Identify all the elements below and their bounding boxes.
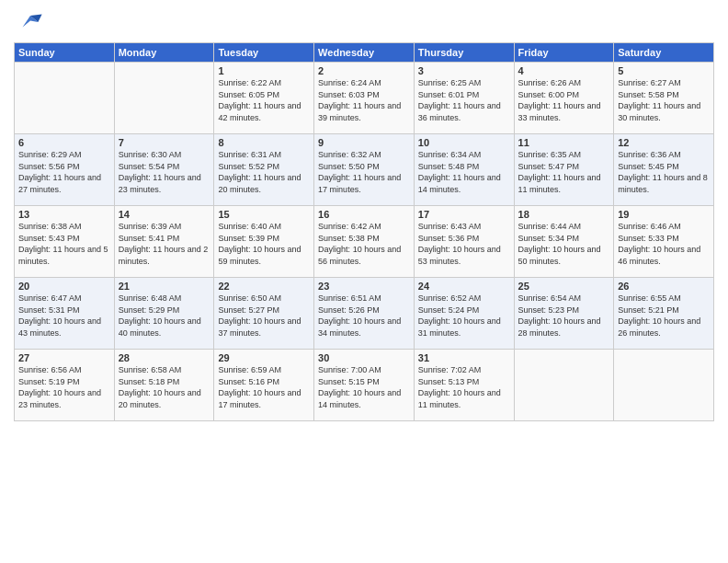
calendar-cell: 16Sunrise: 6:42 AM Sunset: 5:38 PM Dayli… [314, 206, 415, 278]
calendar-cell: 28Sunrise: 6:58 AM Sunset: 5:18 PM Dayli… [114, 350, 214, 421]
calendar-cell [114, 63, 214, 134]
day-info: Sunrise: 6:54 AM Sunset: 5:23 PM Dayligh… [518, 293, 610, 339]
day-info: Sunrise: 6:22 AM Sunset: 6:05 PM Dayligh… [218, 77, 310, 123]
day-info: Sunrise: 6:52 AM Sunset: 5:24 PM Dayligh… [418, 293, 510, 339]
day-info: Sunrise: 6:27 AM Sunset: 5:58 PM Dayligh… [618, 77, 710, 123]
calendar-cell: 24Sunrise: 6:52 AM Sunset: 5:24 PM Dayli… [414, 278, 514, 350]
calendar-cell: 11Sunrise: 6:35 AM Sunset: 5:47 PM Dayli… [514, 134, 614, 206]
week-row-4: 20Sunrise: 6:47 AM Sunset: 5:31 PM Dayli… [15, 278, 714, 350]
day-info: Sunrise: 6:42 AM Sunset: 5:38 PM Dayligh… [318, 221, 410, 267]
calendar-cell: 30Sunrise: 7:00 AM Sunset: 5:15 PM Dayli… [314, 350, 415, 421]
week-row-3: 13Sunrise: 6:38 AM Sunset: 5:43 PM Dayli… [15, 206, 714, 278]
week-row-1: 1Sunrise: 6:22 AM Sunset: 6:05 PM Daylig… [15, 63, 714, 134]
calendar-cell: 17Sunrise: 6:43 AM Sunset: 5:36 PM Dayli… [414, 206, 514, 278]
calendar-cell: 20Sunrise: 6:47 AM Sunset: 5:31 PM Dayli… [15, 278, 115, 350]
day-info: Sunrise: 6:24 AM Sunset: 6:03 PM Dayligh… [318, 77, 410, 123]
day-number: 19 [618, 209, 710, 220]
day-header-monday: Monday [114, 43, 214, 63]
day-info: Sunrise: 6:47 AM Sunset: 5:31 PM Dayligh… [18, 293, 110, 339]
day-number: 3 [418, 65, 510, 76]
day-info: Sunrise: 7:00 AM Sunset: 5:15 PM Dayligh… [318, 364, 410, 410]
day-number: 28 [119, 352, 210, 363]
day-number: 23 [318, 281, 410, 292]
calendar-cell: 31Sunrise: 7:02 AM Sunset: 5:13 PM Dayli… [414, 350, 514, 421]
day-info: Sunrise: 6:26 AM Sunset: 6:00 PM Dayligh… [518, 77, 610, 123]
logo-bird-icon [17, 9, 43, 35]
day-number: 29 [218, 352, 310, 363]
calendar-cell: 19Sunrise: 6:46 AM Sunset: 5:33 PM Dayli… [614, 206, 714, 278]
day-info: Sunrise: 6:40 AM Sunset: 5:39 PM Dayligh… [218, 221, 310, 267]
day-info: Sunrise: 6:29 AM Sunset: 5:56 PM Dayligh… [18, 149, 110, 195]
day-number: 24 [418, 281, 510, 292]
week-row-5: 27Sunrise: 6:56 AM Sunset: 5:19 PM Dayli… [15, 350, 714, 421]
day-info: Sunrise: 6:56 AM Sunset: 5:19 PM Dayligh… [18, 364, 110, 410]
day-number: 31 [418, 352, 510, 363]
calendar-cell: 18Sunrise: 6:44 AM Sunset: 5:34 PM Dayli… [514, 206, 614, 278]
day-header-sunday: Sunday [15, 43, 115, 63]
day-number: 27 [18, 352, 110, 363]
calendar-cell: 26Sunrise: 6:55 AM Sunset: 5:21 PM Dayli… [614, 278, 714, 350]
calendar-cell: 22Sunrise: 6:50 AM Sunset: 5:27 PM Dayli… [214, 278, 314, 350]
day-info: Sunrise: 6:30 AM Sunset: 5:54 PM Dayligh… [119, 149, 210, 195]
day-header-wednesday: Wednesday [314, 43, 415, 63]
day-info: Sunrise: 6:46 AM Sunset: 5:33 PM Dayligh… [618, 221, 710, 267]
calendar-cell: 3Sunrise: 6:25 AM Sunset: 6:01 PM Daylig… [414, 63, 514, 134]
day-number: 25 [518, 281, 610, 292]
calendar-cell: 8Sunrise: 6:31 AM Sunset: 5:52 PM Daylig… [214, 134, 314, 206]
calendar-cell: 15Sunrise: 6:40 AM Sunset: 5:39 PM Dayli… [214, 206, 314, 278]
header-row: SundayMondayTuesdayWednesdayThursdayFrid… [15, 43, 714, 63]
calendar-cell: 27Sunrise: 6:56 AM Sunset: 5:19 PM Dayli… [15, 350, 115, 421]
day-number: 30 [318, 352, 410, 363]
day-info: Sunrise: 6:48 AM Sunset: 5:29 PM Dayligh… [119, 293, 210, 339]
day-number: 16 [318, 209, 410, 220]
day-number: 9 [318, 137, 410, 148]
day-info: Sunrise: 6:36 AM Sunset: 5:45 PM Dayligh… [618, 149, 710, 195]
calendar-cell: 4Sunrise: 6:26 AM Sunset: 6:00 PM Daylig… [514, 63, 614, 134]
day-number: 6 [18, 137, 110, 148]
day-info: Sunrise: 6:58 AM Sunset: 5:18 PM Dayligh… [119, 364, 210, 410]
day-number: 7 [119, 137, 210, 148]
day-number: 26 [618, 281, 710, 292]
calendar-cell: 7Sunrise: 6:30 AM Sunset: 5:54 PM Daylig… [114, 134, 214, 206]
day-info: Sunrise: 6:32 AM Sunset: 5:50 PM Dayligh… [318, 149, 410, 195]
day-header-tuesday: Tuesday [214, 43, 314, 63]
calendar-cell: 25Sunrise: 6:54 AM Sunset: 5:23 PM Dayli… [514, 278, 614, 350]
day-number: 2 [318, 65, 410, 76]
day-info: Sunrise: 6:43 AM Sunset: 5:36 PM Dayligh… [418, 221, 510, 267]
calendar-cell: 5Sunrise: 6:27 AM Sunset: 5:58 PM Daylig… [614, 63, 714, 134]
day-info: Sunrise: 6:39 AM Sunset: 5:41 PM Dayligh… [119, 221, 210, 267]
calendar-cell: 14Sunrise: 6:39 AM Sunset: 5:41 PM Dayli… [114, 206, 214, 278]
calendar-cell: 10Sunrise: 6:34 AM Sunset: 5:48 PM Dayli… [414, 134, 514, 206]
logo [14, 9, 43, 35]
calendar-cell [15, 63, 115, 134]
day-header-friday: Friday [514, 43, 614, 63]
day-number: 21 [119, 281, 210, 292]
day-info: Sunrise: 6:25 AM Sunset: 6:01 PM Dayligh… [418, 77, 510, 123]
day-header-thursday: Thursday [414, 43, 514, 63]
day-number: 1 [218, 65, 310, 76]
calendar-cell [514, 350, 614, 421]
day-number: 10 [418, 137, 510, 148]
calendar-body: 1Sunrise: 6:22 AM Sunset: 6:05 PM Daylig… [15, 63, 714, 421]
day-info: Sunrise: 6:55 AM Sunset: 5:21 PM Dayligh… [618, 293, 710, 339]
day-number: 5 [618, 65, 710, 76]
day-number: 8 [218, 137, 310, 148]
day-number: 20 [18, 281, 110, 292]
day-number: 4 [518, 65, 610, 76]
day-info: Sunrise: 7:02 AM Sunset: 5:13 PM Dayligh… [418, 364, 510, 410]
day-number: 11 [518, 137, 610, 148]
day-number: 18 [518, 209, 610, 220]
calendar-cell: 29Sunrise: 6:59 AM Sunset: 5:16 PM Dayli… [214, 350, 314, 421]
day-info: Sunrise: 6:59 AM Sunset: 5:16 PM Dayligh… [218, 364, 310, 410]
day-info: Sunrise: 6:31 AM Sunset: 5:52 PM Dayligh… [218, 149, 310, 195]
day-number: 17 [418, 209, 510, 220]
day-info: Sunrise: 6:35 AM Sunset: 5:47 PM Dayligh… [518, 149, 610, 195]
day-info: Sunrise: 6:50 AM Sunset: 5:27 PM Dayligh… [218, 293, 310, 339]
day-number: 12 [618, 137, 710, 148]
day-info: Sunrise: 6:51 AM Sunset: 5:26 PM Dayligh… [318, 293, 410, 339]
day-info: Sunrise: 6:38 AM Sunset: 5:43 PM Dayligh… [18, 221, 110, 267]
day-number: 22 [218, 281, 310, 292]
calendar-table: SundayMondayTuesdayWednesdayThursdayFrid… [14, 42, 714, 421]
day-number: 15 [218, 209, 310, 220]
day-info: Sunrise: 6:34 AM Sunset: 5:48 PM Dayligh… [418, 149, 510, 195]
